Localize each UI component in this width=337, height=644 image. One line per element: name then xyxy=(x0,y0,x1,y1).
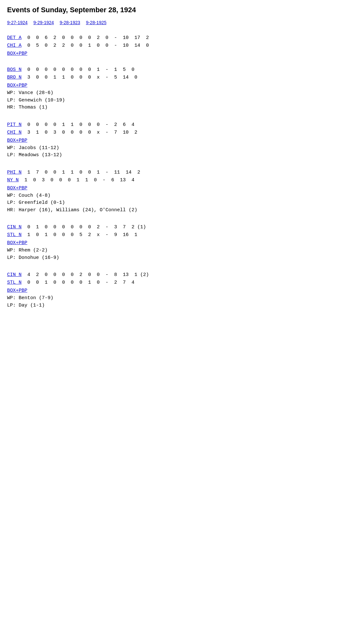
box-pbp-link[interactable]: BOX+PBP xyxy=(7,51,27,56)
score-row: CHI A 0 5 0 2 2 0 0 1 0 0 - 10 14 0 xyxy=(7,42,330,50)
game-block: DET A 0 0 6 2 0 0 0 0 2 0 - 10 17 2CHI A… xyxy=(7,34,330,56)
score-row: PHI N 1 7 0 0 1 1 0 0 1 - 11 14 2 xyxy=(7,169,330,176)
game-note: WP: Vance (28-6) xyxy=(7,90,330,97)
nav-links: 9-27-1924 9-29-1924 9-28-1923 9-28-1925 xyxy=(7,20,330,25)
game-note: WP: Couch (4-8) xyxy=(7,192,330,200)
score-row: PIT N 0 0 0 0 1 1 0 0 0 - 2 6 4 xyxy=(7,121,330,129)
game-block: BOS N 0 0 0 0 0 0 0 0 1 - 1 5 0BRO N 3 0… xyxy=(7,66,330,111)
team-link[interactable]: STL N xyxy=(7,280,22,285)
game-notes: WP: Couch (4-8)LP: Greenfield (0-1)HR: H… xyxy=(7,192,330,214)
nav-link[interactable]: 9-27-1924 xyxy=(7,20,28,25)
nav-link[interactable]: 9-28-1925 xyxy=(86,20,106,25)
page-title: Events of Sunday, September 28, 1924 xyxy=(7,6,330,14)
game-notes: WP: Vance (28-6)LP: Genewich (10-19)HR: … xyxy=(7,90,330,111)
score-row: STL N 1 0 1 0 0 0 5 2 x - 9 16 1 xyxy=(7,231,330,239)
nav-link[interactable]: 9-28-1923 xyxy=(59,20,80,25)
box-pbp-link[interactable]: BOX+PBP xyxy=(7,83,27,88)
team-link[interactable]: PIT N xyxy=(7,122,22,128)
nav-link[interactable]: 9-29-1924 xyxy=(33,20,54,25)
score-row: CIN N 0 1 0 0 0 0 0 0 2 - 3 7 2 (1) xyxy=(7,223,330,231)
team-link[interactable]: PHI N xyxy=(7,170,22,175)
game-notes: WP: Rhem (2-2)LP: Donohue (16-9) xyxy=(7,247,330,261)
game-note: LP: Donohue (16-9) xyxy=(7,254,330,262)
game-block: CIN N 4 2 0 0 0 0 2 0 0 - 8 13 1 (2)STL … xyxy=(7,271,330,309)
team-link[interactable]: DET A xyxy=(7,35,22,41)
score-row: DET A 0 0 6 2 0 0 0 0 2 0 - 10 17 2 xyxy=(7,34,330,42)
team-link[interactable]: BRO N xyxy=(7,75,22,80)
game-block: PHI N 1 7 0 0 1 1 0 0 1 - 11 14 2NY N 1 … xyxy=(7,169,330,214)
game-note: HR: Harper (16), Williams (24), O'Connel… xyxy=(7,207,330,214)
score-row: CIN N 4 2 0 0 0 0 2 0 0 - 8 13 1 (2) xyxy=(7,271,330,279)
team-link[interactable]: CIN N xyxy=(7,224,22,230)
box-pbp-link[interactable]: BOX+PBP xyxy=(7,185,27,191)
game-note: LP: Meadows (13-12) xyxy=(7,152,330,159)
team-link[interactable]: BOS N xyxy=(7,67,22,72)
score-row: BRO N 3 0 0 1 1 0 0 0 x - 5 14 0 xyxy=(7,74,330,81)
game-note: WP: Jacobs (11-12) xyxy=(7,145,330,152)
game-note: LP: Genewich (10-19) xyxy=(7,97,330,104)
game-notes: WP: Jacobs (11-12)LP: Meadows (13-12) xyxy=(7,145,330,159)
score-row: BOS N 0 0 0 0 0 0 0 0 1 - 1 5 0 xyxy=(7,66,330,74)
game-block: CIN N 0 1 0 0 0 0 0 0 2 - 3 7 2 (1)STL N… xyxy=(7,223,330,261)
game-note: LP: Greenfield (0-1) xyxy=(7,199,330,207)
game-note: WP: Benton (7-9) xyxy=(7,295,330,302)
game-notes: WP: Benton (7-9)LP: Day (1-1) xyxy=(7,295,330,309)
box-pbp-link[interactable]: BOX+PBP xyxy=(7,240,27,246)
game-block: PIT N 0 0 0 0 1 1 0 0 0 - 2 6 4CHI N 3 1… xyxy=(7,121,330,159)
score-row: NY N 1 0 3 0 0 0 1 1 0 - 6 13 4 xyxy=(7,176,330,184)
team-link[interactable]: STL N xyxy=(7,232,22,238)
box-pbp-link[interactable]: BOX+PBP xyxy=(7,138,27,143)
team-link[interactable]: NY N xyxy=(7,177,19,183)
game-note: LP: Day (1-1) xyxy=(7,302,330,309)
team-link[interactable]: CHI A xyxy=(7,43,22,48)
score-row: CHI N 3 1 0 3 0 0 0 0 x - 7 10 2 xyxy=(7,129,330,137)
team-link[interactable]: CIN N xyxy=(7,272,22,278)
game-note: HR: Thomas (1) xyxy=(7,104,330,111)
game-note: WP: Rhem (2-2) xyxy=(7,247,330,254)
score-row: STL N 0 0 1 0 0 0 0 1 0 - 2 7 4 xyxy=(7,279,330,287)
box-pbp-link[interactable]: BOX+PBP xyxy=(7,288,27,293)
team-link[interactable]: CHI N xyxy=(7,130,22,135)
